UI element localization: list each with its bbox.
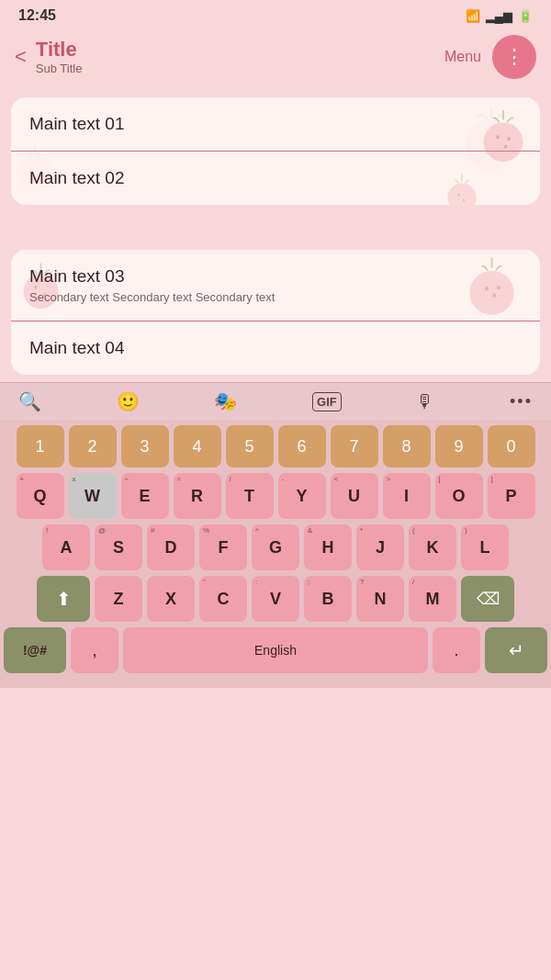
- keyboard: 1 2 3 4 5 6 7 8 9 0 + Q x W ÷ E = R / T: [0, 420, 551, 688]
- key-w[interactable]: x W: [69, 473, 117, 519]
- key-n[interactable]: ? N: [356, 576, 404, 622]
- key-4[interactable]: 4: [174, 425, 221, 467]
- sticker-toolbar-icon[interactable]: 🎭: [214, 390, 237, 412]
- key-j[interactable]: * J: [356, 524, 404, 570]
- app-bar-right: Menu ⋮: [444, 35, 536, 79]
- list-item-03[interactable]: Main text 03 Secondary text Secondary te…: [11, 250, 540, 321]
- bottom-row: !@# , English . ↵: [4, 627, 547, 673]
- key-k[interactable]: ( K: [409, 524, 456, 570]
- key-x[interactable]: X: [147, 576, 195, 622]
- svg-point-14: [457, 194, 459, 197]
- key-5[interactable]: 5: [226, 425, 274, 467]
- number-row: 1 2 3 4 5 6 7 8 9 0: [4, 425, 547, 467]
- key-r[interactable]: = R: [174, 473, 221, 519]
- asdf-row: ! A @ S # D % F ^ G & H * J ( K: [4, 524, 547, 570]
- key-u[interactable]: < U: [331, 473, 378, 519]
- app-bar-left: < Title Sub Title: [15, 38, 82, 76]
- menu-dots-button[interactable]: ⋮: [492, 35, 536, 79]
- key-o[interactable]: [ O: [435, 473, 483, 519]
- list-item-01[interactable]: Main text 01: [11, 97, 540, 152]
- app-bar: < Title Sub Title Menu ⋮: [0, 28, 551, 90]
- battery-icon: 🔋: [518, 9, 533, 23]
- key-c[interactable]: " C: [199, 576, 247, 622]
- status-bar: 12:45 📶 ▂▄▆ 🔋: [0, 0, 551, 28]
- title-block: Title Sub Title: [36, 38, 83, 76]
- key-i[interactable]: > I: [383, 473, 431, 519]
- dots-icon: ⋮: [504, 47, 525, 67]
- key-1[interactable]: 1: [17, 425, 64, 467]
- key-7[interactable]: 7: [331, 425, 378, 467]
- comma-key[interactable]: ,: [71, 627, 118, 673]
- zxcv-row: ⬆ Z X " C : V ; B ? N / M ⌫: [4, 576, 547, 622]
- key-m[interactable]: / M: [409, 576, 456, 622]
- key-8[interactable]: 8: [383, 425, 431, 467]
- more-toolbar-button[interactable]: •••: [510, 392, 533, 411]
- key-l[interactable]: ) L: [461, 524, 509, 570]
- key-v[interactable]: : V: [252, 576, 299, 622]
- back-button[interactable]: <: [15, 45, 27, 69]
- key-s[interactable]: @ S: [95, 524, 142, 570]
- list-item-04-main: Main text 04: [29, 338, 522, 358]
- key-6[interactable]: 6: [278, 425, 326, 467]
- backspace-icon: ⌫: [477, 589, 500, 609]
- backspace-key[interactable]: ⌫: [461, 576, 514, 622]
- key-z[interactable]: Z: [95, 576, 142, 622]
- key-q[interactable]: + Q: [17, 473, 64, 519]
- list-item-03-main: Main text 03: [29, 266, 522, 287]
- key-e[interactable]: ÷ E: [121, 473, 169, 519]
- search-toolbar-icon[interactable]: 🔍: [18, 390, 41, 412]
- list-card-2: Main text 03 Secondary text Secondary te…: [11, 250, 540, 375]
- key-t[interactable]: / T: [226, 473, 274, 519]
- keyboard-toolbar: 🔍 🙂 🎭 GIF 🎙 •••: [0, 382, 551, 420]
- signal-icon: ▂▄▆: [486, 9, 512, 23]
- key-b[interactable]: ; B: [304, 576, 352, 622]
- key-3[interactable]: 3: [121, 425, 169, 467]
- space-key[interactable]: English: [123, 627, 428, 673]
- shift-key[interactable]: ⬆: [37, 576, 90, 622]
- key-a[interactable]: ! A: [42, 524, 90, 570]
- wifi-icon: 📶: [466, 9, 480, 23]
- list-item-04[interactable]: Main text 04: [11, 321, 540, 375]
- status-icons: 📶 ▂▄▆ 🔋: [466, 9, 533, 23]
- content-area: Main text 01 Main text 02 Sub Header: [0, 90, 551, 382]
- status-time: 12:45: [18, 7, 56, 24]
- gif-toolbar-icon[interactable]: GIF: [312, 392, 342, 411]
- symbols-key[interactable]: !@#: [4, 627, 66, 673]
- svg-point-13: [447, 183, 476, 205]
- key-0[interactable]: 0: [488, 425, 535, 467]
- list-item-03-secondary: Secondary text Secondary text Secondary …: [29, 290, 522, 304]
- key-g[interactable]: ^ G: [252, 524, 299, 570]
- enter-icon: ↵: [509, 639, 524, 661]
- key-h[interactable]: & H: [304, 524, 352, 570]
- key-y[interactable]: - Y: [278, 473, 326, 519]
- sub-header: Sub Header: [0, 212, 551, 242]
- app-subtitle: Sub Title: [36, 62, 83, 76]
- menu-label[interactable]: Menu: [444, 49, 481, 65]
- period-key[interactable]: .: [433, 627, 480, 673]
- key-9[interactable]: 9: [435, 425, 483, 467]
- key-p[interactable]: ] P: [488, 473, 535, 519]
- shift-icon: ⬆: [56, 588, 72, 610]
- key-2[interactable]: 2: [69, 425, 117, 467]
- list-card-1: Main text 01 Main text 02: [11, 97, 540, 205]
- key-d[interactable]: # D: [147, 524, 195, 570]
- qwerty-row: + Q x W ÷ E = R / T - Y < U > I: [4, 473, 547, 519]
- mic-toolbar-icon[interactable]: 🎙: [416, 391, 434, 412]
- list-item-01-main: Main text 01: [29, 114, 522, 134]
- key-f[interactable]: % F: [199, 524, 247, 570]
- app-title: Title: [36, 38, 83, 62]
- emoji-toolbar-icon[interactable]: 🙂: [117, 390, 140, 412]
- enter-key[interactable]: ↵: [485, 627, 547, 673]
- svg-point-15: [463, 199, 465, 202]
